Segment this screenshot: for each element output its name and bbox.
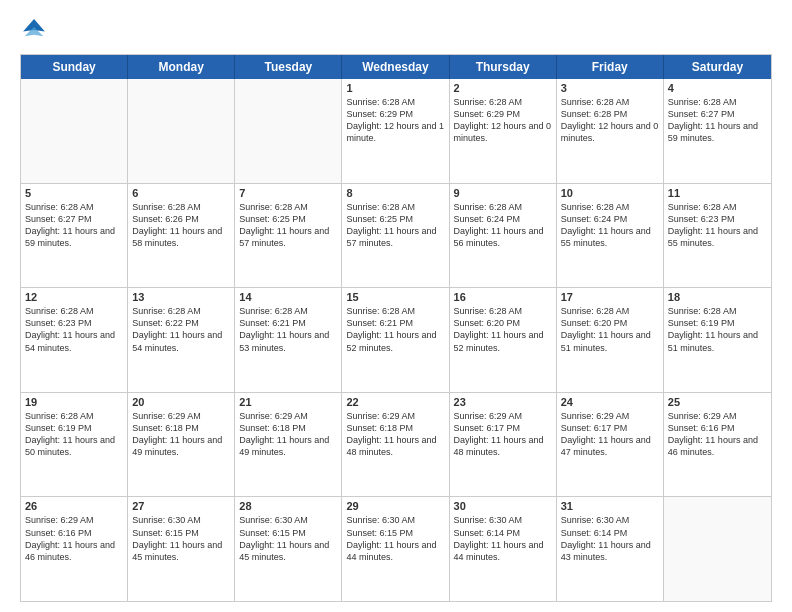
cell-info: Sunrise: 6:28 AMSunset: 6:25 PMDaylight:… [239, 201, 337, 250]
day-number: 6 [132, 187, 230, 199]
day-number: 22 [346, 396, 444, 408]
cell-info: Sunrise: 6:28 AMSunset: 6:23 PMDaylight:… [668, 201, 767, 250]
calendar-cell-9: 9Sunrise: 6:28 AMSunset: 6:24 PMDaylight… [450, 184, 557, 288]
cell-info: Sunrise: 6:28 AMSunset: 6:21 PMDaylight:… [346, 305, 444, 354]
calendar-cell-17: 17Sunrise: 6:28 AMSunset: 6:20 PMDayligh… [557, 288, 664, 392]
cell-info: Sunrise: 6:30 AMSunset: 6:15 PMDaylight:… [132, 514, 230, 563]
day-number: 10 [561, 187, 659, 199]
generalblue-logo-icon [20, 16, 48, 44]
day-number: 5 [25, 187, 123, 199]
cell-info: Sunrise: 6:28 AMSunset: 6:24 PMDaylight:… [454, 201, 552, 250]
calendar-row-2: 12Sunrise: 6:28 AMSunset: 6:23 PMDayligh… [21, 288, 771, 393]
page: SundayMondayTuesdayWednesdayThursdayFrid… [0, 0, 792, 612]
cell-info: Sunrise: 6:30 AMSunset: 6:15 PMDaylight:… [239, 514, 337, 563]
calendar-cell-empty-4-6 [664, 497, 771, 601]
calendar-cell-15: 15Sunrise: 6:28 AMSunset: 6:21 PMDayligh… [342, 288, 449, 392]
day-number: 17 [561, 291, 659, 303]
day-number: 26 [25, 500, 123, 512]
calendar-cell-8: 8Sunrise: 6:28 AMSunset: 6:25 PMDaylight… [342, 184, 449, 288]
day-number: 27 [132, 500, 230, 512]
cell-info: Sunrise: 6:28 AMSunset: 6:19 PMDaylight:… [25, 410, 123, 459]
calendar-cell-27: 27Sunrise: 6:30 AMSunset: 6:15 PMDayligh… [128, 497, 235, 601]
day-number: 13 [132, 291, 230, 303]
calendar-cell-13: 13Sunrise: 6:28 AMSunset: 6:22 PMDayligh… [128, 288, 235, 392]
day-number: 12 [25, 291, 123, 303]
calendar-cell-11: 11Sunrise: 6:28 AMSunset: 6:23 PMDayligh… [664, 184, 771, 288]
header-day-thursday: Thursday [450, 55, 557, 79]
cell-info: Sunrise: 6:28 AMSunset: 6:29 PMDaylight:… [454, 96, 552, 145]
calendar-cell-24: 24Sunrise: 6:29 AMSunset: 6:17 PMDayligh… [557, 393, 664, 497]
cell-info: Sunrise: 6:30 AMSunset: 6:14 PMDaylight:… [561, 514, 659, 563]
calendar-body: 1Sunrise: 6:28 AMSunset: 6:29 PMDaylight… [21, 79, 771, 601]
calendar-header: SundayMondayTuesdayWednesdayThursdayFrid… [21, 55, 771, 79]
day-number: 4 [668, 82, 767, 94]
cell-info: Sunrise: 6:28 AMSunset: 6:19 PMDaylight:… [668, 305, 767, 354]
cell-info: Sunrise: 6:29 AMSunset: 6:16 PMDaylight:… [25, 514, 123, 563]
day-number: 21 [239, 396, 337, 408]
calendar-cell-22: 22Sunrise: 6:29 AMSunset: 6:18 PMDayligh… [342, 393, 449, 497]
header-day-sunday: Sunday [21, 55, 128, 79]
calendar-cell-1: 1Sunrise: 6:28 AMSunset: 6:29 PMDaylight… [342, 79, 449, 183]
day-number: 19 [25, 396, 123, 408]
day-number: 11 [668, 187, 767, 199]
cell-info: Sunrise: 6:28 AMSunset: 6:26 PMDaylight:… [132, 201, 230, 250]
calendar-cell-14: 14Sunrise: 6:28 AMSunset: 6:21 PMDayligh… [235, 288, 342, 392]
calendar-cell-3: 3Sunrise: 6:28 AMSunset: 6:28 PMDaylight… [557, 79, 664, 183]
calendar-cell-16: 16Sunrise: 6:28 AMSunset: 6:20 PMDayligh… [450, 288, 557, 392]
header-day-friday: Friday [557, 55, 664, 79]
header [20, 16, 772, 44]
cell-info: Sunrise: 6:28 AMSunset: 6:28 PMDaylight:… [561, 96, 659, 145]
calendar-row-1: 5Sunrise: 6:28 AMSunset: 6:27 PMDaylight… [21, 184, 771, 289]
header-day-monday: Monday [128, 55, 235, 79]
day-number: 29 [346, 500, 444, 512]
day-number: 28 [239, 500, 337, 512]
day-number: 9 [454, 187, 552, 199]
cell-info: Sunrise: 6:28 AMSunset: 6:25 PMDaylight:… [346, 201, 444, 250]
cell-info: Sunrise: 6:30 AMSunset: 6:15 PMDaylight:… [346, 514, 444, 563]
calendar-cell-21: 21Sunrise: 6:29 AMSunset: 6:18 PMDayligh… [235, 393, 342, 497]
cell-info: Sunrise: 6:28 AMSunset: 6:22 PMDaylight:… [132, 305, 230, 354]
calendar: SundayMondayTuesdayWednesdayThursdayFrid… [20, 54, 772, 602]
cell-info: Sunrise: 6:28 AMSunset: 6:29 PMDaylight:… [346, 96, 444, 145]
day-number: 1 [346, 82, 444, 94]
calendar-cell-19: 19Sunrise: 6:28 AMSunset: 6:19 PMDayligh… [21, 393, 128, 497]
calendar-row-3: 19Sunrise: 6:28 AMSunset: 6:19 PMDayligh… [21, 393, 771, 498]
day-number: 31 [561, 500, 659, 512]
cell-info: Sunrise: 6:28 AMSunset: 6:24 PMDaylight:… [561, 201, 659, 250]
calendar-cell-20: 20Sunrise: 6:29 AMSunset: 6:18 PMDayligh… [128, 393, 235, 497]
cell-info: Sunrise: 6:28 AMSunset: 6:27 PMDaylight:… [668, 96, 767, 145]
cell-info: Sunrise: 6:29 AMSunset: 6:18 PMDaylight:… [132, 410, 230, 459]
header-day-tuesday: Tuesday [235, 55, 342, 79]
calendar-cell-18: 18Sunrise: 6:28 AMSunset: 6:19 PMDayligh… [664, 288, 771, 392]
calendar-cell-10: 10Sunrise: 6:28 AMSunset: 6:24 PMDayligh… [557, 184, 664, 288]
calendar-cell-5: 5Sunrise: 6:28 AMSunset: 6:27 PMDaylight… [21, 184, 128, 288]
day-number: 14 [239, 291, 337, 303]
header-day-wednesday: Wednesday [342, 55, 449, 79]
calendar-cell-12: 12Sunrise: 6:28 AMSunset: 6:23 PMDayligh… [21, 288, 128, 392]
calendar-cell-2: 2Sunrise: 6:28 AMSunset: 6:29 PMDaylight… [450, 79, 557, 183]
calendar-row-4: 26Sunrise: 6:29 AMSunset: 6:16 PMDayligh… [21, 497, 771, 601]
day-number: 23 [454, 396, 552, 408]
header-day-saturday: Saturday [664, 55, 771, 79]
calendar-cell-empty-0-2 [235, 79, 342, 183]
day-number: 3 [561, 82, 659, 94]
calendar-cell-29: 29Sunrise: 6:30 AMSunset: 6:15 PMDayligh… [342, 497, 449, 601]
day-number: 7 [239, 187, 337, 199]
calendar-row-0: 1Sunrise: 6:28 AMSunset: 6:29 PMDaylight… [21, 79, 771, 184]
day-number: 8 [346, 187, 444, 199]
day-number: 24 [561, 396, 659, 408]
cell-info: Sunrise: 6:29 AMSunset: 6:18 PMDaylight:… [239, 410, 337, 459]
calendar-cell-23: 23Sunrise: 6:29 AMSunset: 6:17 PMDayligh… [450, 393, 557, 497]
cell-info: Sunrise: 6:29 AMSunset: 6:17 PMDaylight:… [561, 410, 659, 459]
cell-info: Sunrise: 6:28 AMSunset: 6:23 PMDaylight:… [25, 305, 123, 354]
calendar-cell-28: 28Sunrise: 6:30 AMSunset: 6:15 PMDayligh… [235, 497, 342, 601]
calendar-cell-25: 25Sunrise: 6:29 AMSunset: 6:16 PMDayligh… [664, 393, 771, 497]
cell-info: Sunrise: 6:29 AMSunset: 6:16 PMDaylight:… [668, 410, 767, 459]
day-number: 18 [668, 291, 767, 303]
calendar-cell-empty-0-1 [128, 79, 235, 183]
calendar-cell-30: 30Sunrise: 6:30 AMSunset: 6:14 PMDayligh… [450, 497, 557, 601]
calendar-cell-4: 4Sunrise: 6:28 AMSunset: 6:27 PMDaylight… [664, 79, 771, 183]
cell-info: Sunrise: 6:28 AMSunset: 6:20 PMDaylight:… [561, 305, 659, 354]
cell-info: Sunrise: 6:28 AMSunset: 6:27 PMDaylight:… [25, 201, 123, 250]
calendar-cell-empty-0-0 [21, 79, 128, 183]
